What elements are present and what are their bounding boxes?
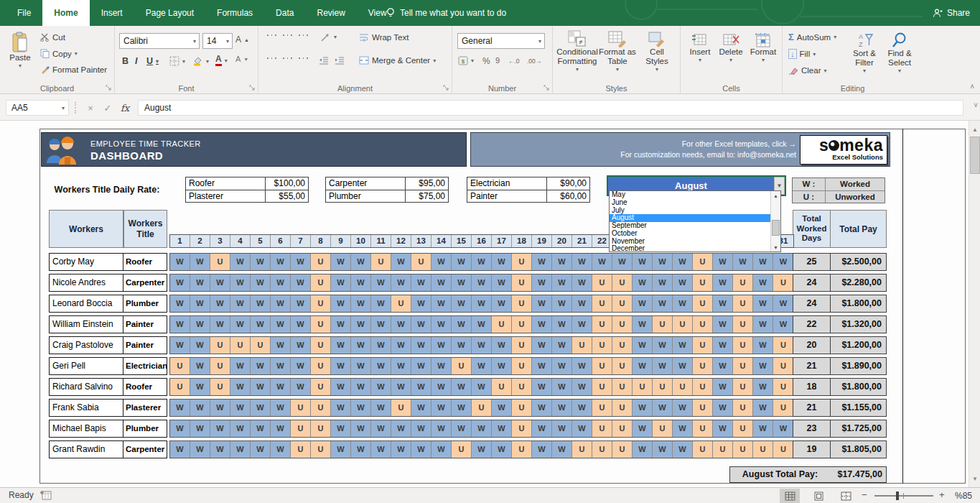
day-cell-12[interactable]: W: [391, 441, 411, 458]
sort-filter-button[interactable]: AZ Sort & Filter ▾: [849, 32, 880, 75]
zoom-in-button[interactable]: +: [939, 489, 945, 500]
day-cell-12[interactable]: W: [391, 316, 411, 333]
day-cell-27[interactable]: U: [693, 254, 713, 270]
month-option-june[interactable]: June: [610, 199, 770, 207]
conditional-formatting-button[interactable]: ≠ Conditional Formatting ▾: [557, 30, 597, 73]
day-cell-9[interactable]: W: [331, 358, 351, 374]
day-cell-17[interactable]: U: [492, 316, 512, 333]
day-cell-11[interactable]: W: [371, 379, 391, 395]
decrease-decimal-button[interactable]: .00→: [527, 57, 541, 65]
day-cell-24[interactable]: W: [633, 316, 653, 333]
worker-name-cell[interactable]: Grant Rawdin: [49, 440, 123, 458]
day-cell-19[interactable]: W: [532, 295, 552, 312]
day-cell-19[interactable]: W: [532, 337, 552, 354]
zoom-level[interactable]: %85: [955, 491, 972, 501]
day-cell-19[interactable]: W: [532, 420, 552, 437]
day-cell-21[interactable]: W: [572, 316, 592, 333]
day-cell-30[interactable]: W: [753, 316, 773, 333]
accounting-format-button[interactable]: $ ▾: [458, 56, 474, 65]
day-cell-9[interactable]: W: [331, 254, 351, 270]
day-cell-4[interactable]: W: [230, 379, 251, 395]
day-cell-16[interactable]: W: [472, 295, 492, 312]
day-cell-30[interactable]: W: [753, 420, 773, 437]
total-pay-cell[interactable]: $1.155,00: [830, 399, 887, 417]
day-cell-19[interactable]: W: [532, 254, 552, 270]
bottom-align-button[interactable]: [299, 33, 308, 37]
day-cell-8[interactable]: U: [311, 295, 331, 312]
day-cell-2[interactable]: W: [190, 316, 210, 333]
day-cell-31[interactable]: U: [773, 400, 793, 416]
clipboard-dialog-launcher-icon[interactable]: [106, 85, 112, 91]
day-cell-24[interactable]: W: [633, 337, 653, 354]
day-cell-29[interactable]: U: [733, 400, 753, 416]
day-cell-29[interactable]: U: [733, 337, 753, 354]
name-box[interactable]: AA5 ▾: [6, 100, 69, 116]
day-cell-26[interactable]: U: [673, 379, 693, 395]
day-cell-3[interactable]: W: [210, 274, 230, 291]
day-cell-21[interactable]: W: [572, 420, 592, 437]
day-cell-6[interactable]: W: [271, 316, 291, 333]
day-cell-4[interactable]: W: [230, 400, 251, 416]
day-cell-14[interactable]: W: [431, 316, 452, 333]
day-cell-3[interactable]: U: [210, 358, 230, 374]
promo-text[interactable]: For other Excel templates, click → For c…: [495, 139, 796, 160]
day-cell-7[interactable]: W: [291, 337, 311, 354]
month-scroll-up-icon[interactable]: ▲: [771, 191, 780, 200]
day-cell-17[interactable]: W: [492, 358, 512, 374]
day-cell-27[interactable]: U: [693, 400, 713, 416]
day-cell-13[interactable]: W: [411, 379, 431, 395]
day-cell-31[interactable]: U: [773, 358, 793, 374]
day-cell-29[interactable]: W: [733, 254, 753, 270]
day-cell-4[interactable]: W: [230, 295, 251, 312]
worker-title-cell[interactable]: Roofer: [123, 378, 167, 396]
worker-title-cell[interactable]: Painter: [123, 315, 167, 333]
day-cell-31[interactable]: W: [773, 316, 793, 333]
rate-value-cell[interactable]: $60,00: [547, 190, 589, 202]
day-cell-15[interactable]: U: [452, 441, 472, 458]
day-cell-28[interactable]: W: [713, 358, 733, 374]
day-cell-13[interactable]: W: [411, 420, 431, 437]
day-cell-24[interactable]: W: [633, 441, 653, 458]
day-cell-22[interactable]: U: [592, 316, 612, 333]
day-cell-26[interactable]: W: [673, 254, 693, 270]
day-cell-25[interactable]: W: [653, 400, 673, 416]
day-cell-9[interactable]: W: [331, 316, 351, 333]
day-cell-22[interactable]: U: [592, 337, 612, 354]
day-cell-5[interactable]: W: [251, 274, 271, 291]
day-cell-8[interactable]: U: [311, 337, 331, 354]
vertical-scrollbar[interactable]: ▲ ▼: [969, 121, 980, 487]
increase-indent-button[interactable]: [335, 56, 345, 65]
month-option-may[interactable]: May: [610, 191, 770, 199]
day-cell-8[interactable]: U: [311, 420, 331, 437]
wrap-text-button[interactable]: Wrap Text: [359, 33, 409, 42]
day-cell-26[interactable]: W: [673, 358, 693, 374]
day-cell-9[interactable]: W: [331, 441, 351, 458]
day-cell-3[interactable]: W: [210, 316, 230, 333]
day-cell-28[interactable]: W: [713, 400, 733, 416]
day-cell-11[interactable]: W: [371, 441, 391, 458]
day-cell-10[interactable]: W: [351, 337, 371, 354]
day-cell-5[interactable]: W: [251, 295, 271, 312]
middle-align-button[interactable]: [283, 33, 292, 37]
day-cell-17[interactable]: W: [492, 295, 512, 312]
cancel-entry-icon[interactable]: ×: [83, 100, 98, 116]
day-cell-27[interactable]: U: [693, 274, 713, 291]
day-cell-25[interactable]: U: [653, 316, 673, 333]
worker-name-cell[interactable]: William Einstein: [49, 315, 123, 333]
borders-button[interactable]: ▾: [169, 56, 185, 66]
day-cell-13[interactable]: W: [411, 316, 431, 333]
day-cell-25[interactable]: W: [653, 274, 673, 291]
formula-bar-expand-icon[interactable]: ˅: [974, 101, 978, 109]
number-format-select[interactable]: General ▾: [457, 33, 545, 49]
total-worked-days-cell[interactable]: 23: [793, 420, 831, 438]
day-cell-13[interactable]: W: [411, 337, 431, 354]
day-cell-25[interactable]: W: [653, 358, 673, 374]
day-cell-5[interactable]: W: [251, 358, 271, 374]
worker-title-cell[interactable]: Roofer: [123, 253, 167, 271]
day-cell-31[interactable]: W: [773, 295, 793, 312]
day-cell-5[interactable]: W: [251, 379, 271, 395]
day-cell-9[interactable]: W: [331, 337, 351, 354]
percent-style-button[interactable]: %: [482, 56, 490, 66]
day-cell-2[interactable]: W: [190, 358, 210, 374]
zoom-slider-thumb[interactable]: [896, 492, 899, 500]
